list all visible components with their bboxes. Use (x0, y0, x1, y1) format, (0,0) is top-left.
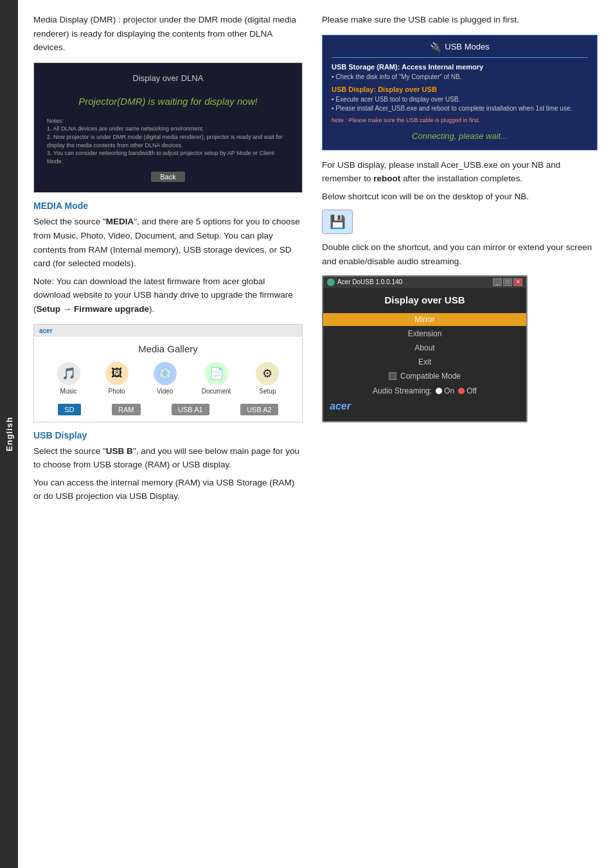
usb-modes-screenshot: 🔌 USB Modes USB Storage (RAM): Access In… (322, 35, 598, 150)
document-icon: 📄 (205, 362, 228, 385)
mg-storage-ram[interactable]: RAM (112, 404, 140, 415)
shortcut-icon: 💾 (322, 210, 353, 234)
dousb-acer-logo: acer (323, 398, 526, 415)
usb-modes-title-text: USB Modes (445, 42, 489, 51)
mg-icon-document: 📄 Document (202, 362, 231, 395)
dlna-title: Display over DLNA (40, 73, 296, 83)
music-label: Music (60, 388, 76, 395)
dousb-extension-item[interactable]: Extension (323, 327, 526, 340)
mg-header: acer (34, 325, 302, 337)
radio-off-circle (458, 388, 465, 394)
video-label: Video (157, 388, 173, 395)
mg-icon-video: 💿 Video (154, 362, 177, 395)
music-icon: 🎵 (57, 362, 80, 385)
dousb-exit-item[interactable]: Exit (323, 356, 526, 368)
mg-storage-sd[interactable]: SD (58, 404, 80, 415)
dousb-heading: Display over USB (323, 294, 526, 305)
mg-storage-row: SD RAM USB A1 USB A2 (34, 400, 302, 422)
dlna-back-button[interactable]: Back (151, 172, 184, 182)
dlna-waiting-text: Projector(DMR) is waiting for display no… (40, 96, 296, 107)
media-mode-heading: MEDIA Mode (33, 201, 303, 211)
mg-storage-usba1[interactable]: USB A1 (172, 404, 209, 415)
setup-icon: ⚙ (256, 362, 279, 385)
audio-streaming-label: Audio Streaming: (373, 386, 432, 395)
right-column: Please make sure the USB cable is plugge… (315, 13, 598, 855)
on-label: On (444, 386, 454, 395)
usb-connecting-text: Connecting, please wait... (332, 129, 588, 143)
usb-display-text1: Select the source "USB B", and you will … (33, 444, 303, 472)
mg-icon-setup: ⚙ Setup (256, 362, 279, 395)
sidebar-english-label: English (4, 417, 14, 451)
minimize-button[interactable]: _ (493, 278, 502, 286)
usb-section1-title: USB Storage (RAM): Access Internal memor… (332, 63, 588, 71)
dousb-window-buttons: _ □ ✕ (493, 278, 522, 286)
mg-storage-usba2[interactable]: USB A2 (240, 404, 278, 415)
dousb-app-icon (327, 278, 335, 286)
usb-icon: 🔌 (430, 42, 441, 52)
document-label: Document (202, 388, 231, 395)
usb-section1-note: • Check the disk info of "My Computer" o… (332, 73, 588, 82)
double-click-text: Double click on the shortcut, and you ca… (322, 240, 598, 268)
off-label: Off (466, 386, 477, 395)
photo-icon: 🖼 (105, 362, 129, 385)
usb-display-heading: USB Display (33, 430, 303, 440)
maximize-button[interactable]: □ (503, 278, 512, 286)
video-icon: 💿 (154, 362, 177, 385)
usb-separator (332, 57, 588, 58)
usb-display-text2: You can access the internal memory (RAM)… (33, 476, 303, 503)
left-column: Media Display (DMR) : projector under th… (33, 13, 315, 855)
dousb-menu: Mirror Extension About Exit Compatible M… (323, 313, 526, 383)
photo-label: Photo (109, 388, 125, 395)
mg-icon-photo: 🖼 Photo (105, 362, 129, 395)
setup-label: Setup (259, 388, 276, 395)
media-mode-text2: Note: You can download the latest firmwa… (33, 275, 303, 316)
media-mode-text1: Select the source "MEDIA", and there are… (33, 215, 303, 270)
display-over-usb-window: Acer DoUSB 1.0.0.140 _ □ ✕ Display over … (322, 275, 528, 422)
dousb-audio-row: Audio Streaming: On Off (323, 383, 526, 398)
dousb-titlebar: Acer DoUSB 1.0.0.140 _ □ ✕ (323, 276, 526, 288)
dousb-about-item[interactable]: About (323, 341, 526, 354)
dousb-titlebar-text: Acer DoUSB 1.0.0.140 (337, 278, 402, 285)
dlna-notes: Notes: 1. All DLNA devices are under sam… (47, 117, 289, 166)
usb-section2-title: USB Display: Display over USB (332, 86, 588, 93)
media-gallery-screenshot: acer Media Gallery 🎵 Music 🖼 Photo 💿 Vid… (33, 324, 303, 422)
dousb-compatible-row: Compatible Mode (389, 370, 461, 383)
mg-acer-logo: acer (39, 327, 53, 334)
compatible-checkbox[interactable] (389, 372, 396, 380)
usb-modes-title: 🔌 USB Modes (332, 42, 588, 52)
shortcut-icon-glyph: 💾 (330, 214, 346, 230)
dlna-screenshot: Display over DLNA Projector(DMR) is wait… (33, 62, 303, 194)
mg-icon-music: 🎵 Music (57, 362, 80, 395)
usb-pink-note: Note : Please make sure the USB cable is… (332, 117, 588, 123)
sidebar: English (0, 0, 18, 868)
audio-off-radio[interactable]: Off (458, 386, 477, 395)
dousb-titlebar-info: Acer DoUSB 1.0.0.140 (327, 278, 402, 286)
dousb-menu-container: Mirror Extension About Exit Compatible M… (323, 313, 526, 383)
usb-section2-notes: • Execute acer USB tool to display over … (332, 95, 588, 113)
dousb-mirror-item[interactable]: Mirror (323, 313, 526, 326)
install-text1: For USB display, please install Acer_USB… (322, 158, 598, 186)
close-button[interactable]: ✕ (513, 278, 522, 286)
compatible-label: Compatible Mode (400, 372, 461, 381)
dmr-intro-text: Media Display (DMR) : projector under th… (33, 13, 303, 55)
install-text2: Below shortcut icon will be on the deskt… (322, 190, 598, 204)
audio-on-radio[interactable]: On (436, 386, 454, 395)
usb-intro-text: Please make sure the USB cable is plugge… (322, 13, 598, 27)
dousb-body: Display over USB Mirror Extension About … (323, 288, 526, 421)
radio-on-circle (436, 388, 442, 394)
mg-title: Media Gallery (34, 337, 302, 359)
mg-icons-row: 🎵 Music 🖼 Photo 💿 Video 📄 Document (34, 359, 302, 400)
